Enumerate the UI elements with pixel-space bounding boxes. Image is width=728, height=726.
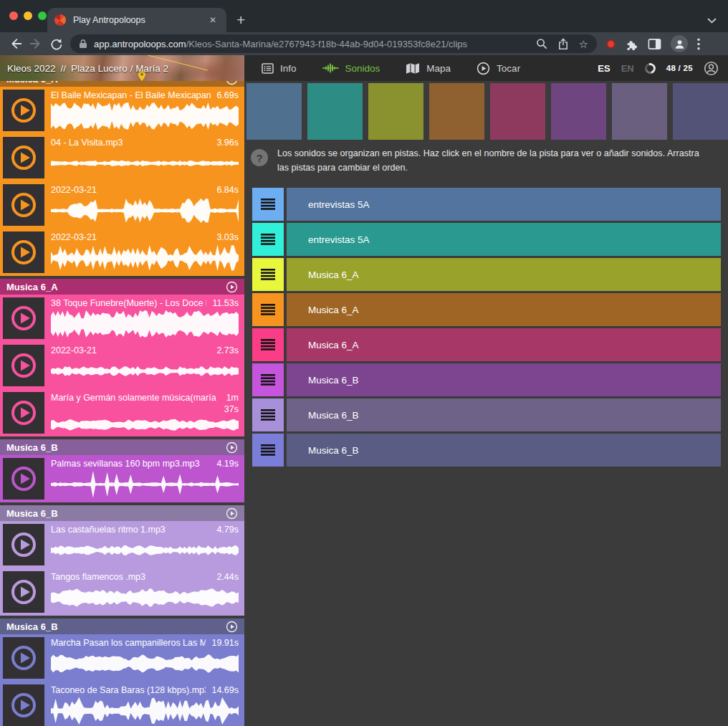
track-drag-handle[interactable] (252, 188, 284, 221)
bookmark-star-icon[interactable]: ☆ (579, 39, 588, 49)
clip-info: 2022-03-216.84s (51, 184, 239, 226)
nav-tab-sonidos[interactable]: Sonidos (322, 62, 380, 74)
forward-button[interactable] (26, 34, 46, 54)
browser-tab[interactable]: Play Antropoloops ✕ (47, 8, 226, 32)
track-row[interactable]: Musica 6_B (252, 434, 721, 467)
track-color-swatch[interactable] (490, 83, 545, 140)
nav-tab-info[interactable]: Info (262, 63, 297, 74)
track-name-bar[interactable]: Musica 6_B (287, 398, 721, 431)
clip-waveform (51, 356, 239, 386)
track-drag-handle[interactable] (252, 434, 284, 467)
clip-waveform (51, 649, 239, 679)
side-panel-icon[interactable] (648, 38, 661, 50)
breadcrumb-project[interactable]: Kleos 2022 (7, 63, 56, 74)
new-tab-button[interactable]: + (236, 12, 245, 27)
track-name-bar[interactable]: Musica 6_B (287, 434, 721, 467)
clip-filename: Palmas sevillanas 160 bpm mp3.mp3 (51, 458, 211, 469)
clip-info: Las castañuelas ritmo 1.mp34.79s (51, 524, 239, 565)
lang-en-button[interactable]: EN (621, 63, 634, 74)
track-row[interactable]: Musica 6_B (252, 398, 721, 431)
nav-tab-mapa[interactable]: Mapa (406, 62, 451, 75)
audio-clip: 38 Toque Funebre(Muerte) - Los Doce Par.… (0, 295, 244, 342)
track-section-header[interactable]: Musica 6_A (0, 279, 244, 295)
back-button[interactable] (6, 34, 26, 54)
clip-play-button[interactable] (3, 137, 44, 178)
track-name-bar[interactable]: Musica 6_B (287, 363, 721, 396)
tab-close-icon[interactable]: ✕ (206, 14, 219, 27)
track-name-bar[interactable]: entrevistas 5A (287, 188, 721, 221)
breadcrumb[interactable]: Kleos 2022 // Plaza Lucero / María 2 (0, 55, 244, 81)
track-name-bar[interactable]: entrevistas 5A (287, 223, 721, 256)
clip-play-button[interactable] (3, 297, 44, 339)
account-icon[interactable] (704, 61, 719, 76)
track-row[interactable]: Musica 6_A (252, 258, 721, 291)
extensions-puzzle-icon[interactable] (625, 37, 638, 51)
track-color-swatch[interactable] (307, 83, 363, 140)
clip-play-button[interactable] (3, 637, 44, 679)
help-icon: ? (251, 149, 268, 166)
track-color-swatch[interactable] (368, 83, 423, 140)
track-drag-handle[interactable] (252, 258, 284, 291)
nav-tab-tocar[interactable]: Tocar (476, 62, 520, 75)
address-bar[interactable]: app.antropoloops.com/Kleos-Santa-Marina/… (70, 34, 597, 53)
track-row[interactable]: entrevistas 5A (252, 223, 721, 256)
section-play-circle-icon[interactable] (226, 441, 238, 454)
track-drag-handle[interactable] (252, 223, 284, 256)
browser-menu-kebab-icon[interactable] (697, 38, 700, 50)
track-row[interactable]: Musica 6_A (252, 328, 721, 361)
clip-play-button[interactable] (3, 231, 44, 273)
map-icon (406, 62, 420, 75)
clip-play-button[interactable] (3, 184, 44, 226)
track-name-bar[interactable]: Musica 6_A (287, 258, 721, 291)
lang-es-button[interactable]: ES (598, 63, 610, 74)
clip-play-button[interactable] (3, 90, 44, 131)
track-section-header[interactable]: Musica 6_B (0, 618, 244, 634)
clip-play-button[interactable] (3, 458, 44, 500)
track-color-swatch[interactable] (246, 83, 302, 140)
clip-play-button[interactable] (3, 571, 44, 613)
section-play-circle-icon[interactable] (226, 81, 238, 85)
close-window-button[interactable] (9, 11, 18, 20)
track-color-swatch[interactable] (429, 83, 484, 140)
clip-duration: 6.84s (216, 184, 239, 196)
fullscreen-window-button[interactable] (38, 11, 47, 20)
track-section-header[interactable]: Musica 6_A (0, 81, 244, 87)
track-name: Musica 6_B (308, 375, 359, 386)
drag-handle-icon (261, 374, 275, 386)
reload-button[interactable] (46, 34, 66, 54)
play-icon (10, 578, 37, 606)
track-section-header[interactable]: Musica 6_B (0, 505, 244, 521)
track-drag-handle[interactable] (252, 293, 284, 326)
section-play-circle-icon[interactable] (226, 281, 238, 293)
clip-play-button[interactable] (3, 345, 44, 386)
profile-avatar[interactable] (671, 35, 688, 52)
track-drag-handle[interactable] (252, 363, 284, 396)
clip-play-button[interactable] (3, 392, 44, 434)
section-play-circle-icon[interactable] (226, 621, 238, 633)
section-play-circle-icon[interactable] (226, 507, 238, 520)
clip-play-button[interactable] (3, 524, 44, 565)
share-icon[interactable] (558, 38, 568, 50)
clip-play-button[interactable] (3, 684, 44, 726)
track-color-swatch[interactable] (673, 83, 728, 140)
track-name-bar[interactable]: Musica 6_A (287, 293, 721, 326)
clip-duration: 2.73s (216, 345, 239, 356)
tab-search-chevron-icon[interactable] (707, 18, 717, 24)
track-color-swatch[interactable] (551, 83, 606, 140)
record-extension-icon[interactable] (606, 39, 616, 49)
track-drag-handle[interactable] (252, 398, 284, 431)
tab-strip: Play Antropoloops ✕ + (0, 0, 728, 32)
minimize-window-button[interactable] (24, 11, 32, 20)
track-section-title: Musica 6_B (6, 442, 58, 453)
help-row: ? Los sonidos se organizan en pistas. Ha… (251, 146, 721, 181)
breadcrumb-page-title: Plaza Lucero / María 2 (71, 63, 168, 74)
clip-filename: Tangos flamencos .mp3 (51, 571, 211, 583)
track-color-swatch[interactable] (612, 83, 667, 140)
track-name-bar[interactable]: Musica 6_A (287, 328, 721, 361)
zoom-icon[interactable] (536, 38, 547, 49)
track-row[interactable]: entrevistas 5A (252, 188, 721, 221)
track-section-header[interactable]: Musica 6_B (0, 439, 244, 455)
track-row[interactable]: Musica 6_A (252, 293, 721, 326)
track-drag-handle[interactable] (252, 328, 284, 361)
track-row[interactable]: Musica 6_B (252, 363, 721, 396)
